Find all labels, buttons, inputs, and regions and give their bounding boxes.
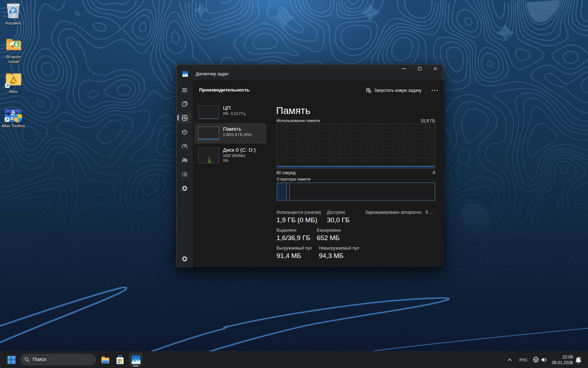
- svg-text:z: z: [580, 356, 581, 359]
